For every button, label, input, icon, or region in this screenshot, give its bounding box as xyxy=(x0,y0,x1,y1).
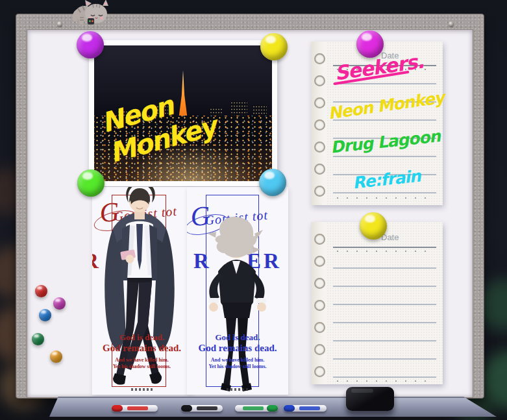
ruled-line xyxy=(333,156,436,157)
poster-credit xyxy=(227,388,249,391)
spiral-hole xyxy=(314,256,325,267)
magnet-blue[interactable] xyxy=(259,169,286,196)
spiral-hole xyxy=(314,186,325,197)
poster-line4: Yet his shadow still looms. xyxy=(187,364,288,369)
poster-line4: Yet his shadow still looms. xyxy=(92,364,192,369)
setlist-entry: Drug Lagoon xyxy=(330,127,441,157)
spiral-hole xyxy=(314,75,325,86)
tick-row xyxy=(337,380,434,382)
magnet-green[interactable] xyxy=(77,169,105,197)
notepad-blank[interactable]: Date xyxy=(311,222,443,384)
spiral-hole xyxy=(314,97,325,108)
ruled-line xyxy=(333,322,436,323)
poster-line3: And we have killed him. xyxy=(187,357,288,363)
ruled-line-top xyxy=(333,247,436,248)
marker-label xyxy=(243,406,264,410)
spiral-hole xyxy=(314,53,325,64)
spiral-hole xyxy=(314,119,325,130)
spiral-hole xyxy=(314,300,325,311)
magnet-small-green[interactable] xyxy=(32,333,44,345)
frame-screw xyxy=(449,21,454,27)
notepad-setlist[interactable]: Date Seekers. Neon Monkey Drug Lagoon Re… xyxy=(311,42,443,205)
marker-label xyxy=(299,406,320,410)
poster-big-letter: R xyxy=(92,249,101,273)
ruled-line xyxy=(333,267,436,269)
spiral-hole xyxy=(314,278,325,289)
spiral-hole xyxy=(314,344,325,355)
setlist-entry: Neon Monkey xyxy=(327,88,445,123)
ruled-line xyxy=(333,377,436,378)
ruled-line xyxy=(333,286,436,287)
setlist-entry: Seekers. xyxy=(333,50,425,85)
marker-blue[interactable] xyxy=(284,405,327,412)
magnet-small-magenta[interactable] xyxy=(53,297,66,310)
frame-screw xyxy=(57,21,62,27)
marker-cap xyxy=(112,405,123,412)
poster-line3: And we have killed him. xyxy=(92,357,192,363)
magnet-yellow[interactable] xyxy=(260,33,288,60)
marker-cap xyxy=(267,405,278,412)
magnet-small-orange[interactable] xyxy=(50,351,62,363)
magnet-yellow-2[interactable] xyxy=(360,212,387,240)
poster-line1: God is dead. xyxy=(92,332,192,343)
marker-red[interactable] xyxy=(112,405,158,412)
marker-cap xyxy=(181,405,192,412)
ruled-line xyxy=(333,340,436,341)
marker-label xyxy=(127,406,148,410)
magnet-small-red[interactable] xyxy=(35,285,47,297)
tick-row xyxy=(337,197,434,199)
marker-cap xyxy=(284,405,295,412)
ruled-line xyxy=(333,304,436,305)
ruled-line xyxy=(333,192,436,193)
city-photo[interactable]: Neon Monkey xyxy=(89,40,277,186)
poster-line1: God is dead. xyxy=(187,332,288,343)
setlist-entry: Re:frain xyxy=(352,167,421,193)
whiteboard-eraser[interactable] xyxy=(346,387,394,411)
magnet-small-blue[interactable] xyxy=(39,309,51,321)
poster-line2: God remains dead. xyxy=(187,343,288,354)
magnet-purple[interactable] xyxy=(77,31,104,58)
magnet-magenta[interactable] xyxy=(356,31,384,58)
poster-line2: God remains dead. xyxy=(92,343,192,354)
poster-left[interactable]: GGott ist tot R God is dead. God remains… xyxy=(92,187,192,395)
mini-magnet[interactable] xyxy=(88,18,94,24)
marker-green[interactable] xyxy=(235,405,278,412)
spiral-hole xyxy=(314,366,325,377)
poster-credit xyxy=(131,388,153,391)
spiral-hole xyxy=(314,164,325,175)
spiral-hole xyxy=(314,322,325,333)
tick-row xyxy=(337,251,434,252)
marker-black[interactable] xyxy=(181,405,223,412)
spiral-hole xyxy=(314,234,325,245)
marker-label xyxy=(197,406,217,410)
ruled-line xyxy=(333,83,436,84)
ruled-line xyxy=(333,358,436,360)
spiral-hole xyxy=(314,142,325,153)
poster-right[interactable]: GGott ist tot R ER God is dead. God rema… xyxy=(187,187,288,395)
